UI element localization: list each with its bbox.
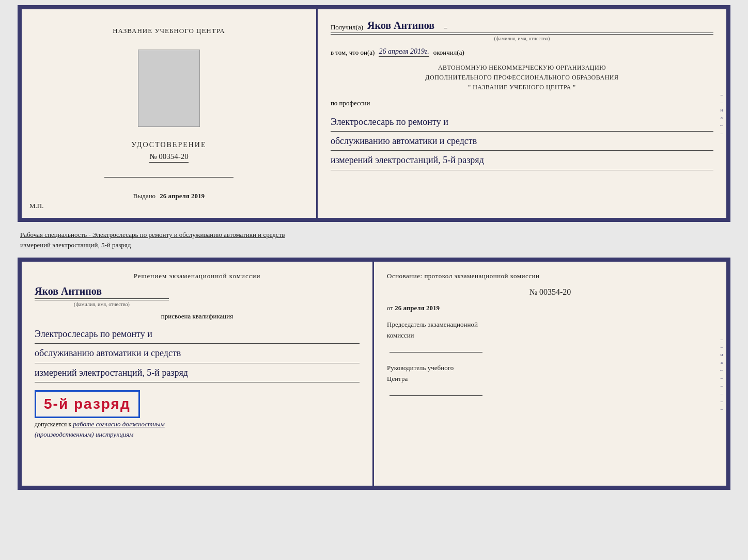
top-doc-right-panel: Получил(а) Яков Антипов – (фамилия, имя,… xyxy=(318,9,726,218)
po-professii-label: по профессии xyxy=(331,99,713,107)
predsedatel-label2: комиссии xyxy=(387,330,713,341)
bottom-document: Решением экзаменационной комиссии Яков А… xyxy=(18,258,730,490)
poluchil-label: Получил(а) xyxy=(331,23,363,31)
udost-title: УДОСТОВЕРЕНИЕ xyxy=(131,141,206,149)
predsedatel-sig-line xyxy=(389,352,482,353)
osnovanie-label: Основание: протокол экзаменационной коми… xyxy=(387,272,713,280)
bottom-qual-block: Электрослесарь по ремонту и обслуживанию… xyxy=(35,326,360,382)
rukovoditel-label: Руководитель учебного xyxy=(387,363,713,374)
udost-number: № 00354-20 xyxy=(149,152,189,163)
rukovoditel-label2: Центра xyxy=(387,374,713,385)
bottom-qual-line3: измерений электростанций, 5-й разряд xyxy=(35,364,360,382)
number-value: 00354-20 xyxy=(539,287,571,296)
divider-line1: Рабочая специальность - Электрослесарь п… xyxy=(20,230,730,240)
divider-line2: измерений электростанций, 5-й разряд xyxy=(20,240,730,250)
profession-line3: измерений электростанций, 5-й разряд xyxy=(331,152,713,170)
bottom-side-marks: – – и а ← – – – – – xyxy=(717,262,726,486)
commission-title: Решением экзаменационной комиссии xyxy=(35,272,360,280)
bottom-name: Яков Антипов xyxy=(35,285,102,297)
rukovoditel-sig-line xyxy=(389,395,482,396)
poluchil-block: Получил(а) Яков Антипов – (фамилия, имя,… xyxy=(331,20,713,41)
org-line1: АВТОНОМНУЮ НЕКОММЕРЧЕСКУЮ ОРГАНИЗАЦИЮ xyxy=(331,63,713,73)
mp-label: М.П. xyxy=(29,202,43,210)
bottom-fio-sublabel: (фамилия, имя, отчество) xyxy=(35,300,169,307)
okonchil-label: окончил(а) xyxy=(433,49,464,57)
top-doc-left-panel: НАЗВАНИЕ УЧЕБНОГО ЦЕНТРА УДОСТОВЕРЕНИЕ №… xyxy=(22,9,318,218)
top-left-title: НАЗВАНИЕ УЧЕБНОГО ЦЕНТРА xyxy=(113,27,225,35)
number-label: № xyxy=(529,287,537,296)
org-line2: ДОПОЛНИТЕЛЬНОГО ПРОФЕССИОНАЛЬНОГО ОБРАЗО… xyxy=(331,73,713,83)
bottom-qual-line1: Электрослесарь по ремонту и xyxy=(35,326,360,344)
photo-placeholder xyxy=(138,50,200,127)
dopuskaetsya-value2: (производственным) инструкциям xyxy=(35,430,134,438)
protocol-number-block: № 00354-20 xyxy=(387,287,713,297)
recipient-name: Яков Антипов xyxy=(367,20,434,31)
grade-block: 5-й разряд допускается к работе согласно… xyxy=(35,388,360,439)
org-block: АВТОНОМНУЮ НЕКОММЕРЧЕСКУЮ ОРГАНИЗАЦИЮ ДО… xyxy=(331,63,713,93)
bottom-qual-line2: обслуживанию автоматики и средств xyxy=(35,345,360,363)
vtom-block: в том, что он(а) 26 апреля 2019г. окончи… xyxy=(331,47,713,57)
dopuskaetsya-block: допускается к работе согласно должностны… xyxy=(35,420,360,428)
bottom-doc-right-panel: Основание: протокол экзаменационной коми… xyxy=(374,262,726,486)
predsedatel-block: Председатель экзаменационной комиссии xyxy=(387,319,713,356)
fio-sublabel-top: (фамилия, имя, отчество) xyxy=(331,34,713,41)
bottom-doc-left-panel: Решением экзаменационной комиссии Яков А… xyxy=(22,262,374,486)
profession-line1: Электрослесарь по ремонту и xyxy=(331,114,713,132)
grade-text: 5-й разряд xyxy=(44,396,131,412)
profession-line2: обслуживанию автоматики и средств xyxy=(331,133,713,151)
prisvoena-label: присвоена квалификация xyxy=(35,312,360,321)
profession-block: Электрослесарь по ремонту и обслуживанию… xyxy=(331,114,713,170)
rukovoditel-block: Руководитель учебного Центра xyxy=(387,363,713,399)
bottom-name-block: Яков Антипов (фамилия, имя, отчество) xyxy=(35,285,360,307)
protocol-date-block: от 26 апреля 2019 xyxy=(387,304,713,312)
ot-label: от xyxy=(387,304,393,312)
vydano-date: 26 апреля 2019 xyxy=(160,192,205,200)
top-document: НАЗВАНИЕ УЧЕБНОГО ЦЕНТРА УДОСТОВЕРЕНИЕ №… xyxy=(18,5,730,222)
vtom-label: в том, что он(а) xyxy=(331,49,375,57)
dopuskaetsya-label: допускается к xyxy=(35,421,71,428)
document-container: НАЗВАНИЕ УЧЕБНОГО ЦЕНТРА УДОСТОВЕРЕНИЕ №… xyxy=(18,5,730,490)
grade-box: 5-й разряд xyxy=(35,390,140,418)
predsedatel-label: Председатель экзаменационной xyxy=(387,319,713,330)
divider-text: Рабочая специальность - Электрослесарь п… xyxy=(18,227,730,252)
side-marks-right: – – и а ← – xyxy=(717,9,726,218)
vtom-date: 26 апреля 2019г. xyxy=(379,47,429,57)
org-line3: " НАЗВАНИЕ УЧЕБНОГО ЦЕНТРА " xyxy=(331,83,713,92)
dopuskaetsya-value: работе согласно должностным xyxy=(73,420,165,428)
ot-date: 26 апреля 2019 xyxy=(395,304,440,312)
vydano-line: Выдано 26 апреля 2019 xyxy=(133,192,205,200)
